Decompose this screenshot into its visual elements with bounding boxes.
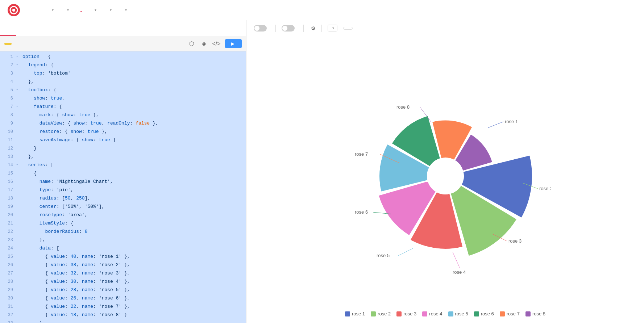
legend-item-rose-2[interactable]: rose 2 <box>371 311 391 316</box>
legend-color-swatch <box>422 311 427 316</box>
ts-button[interactable] <box>14 43 22 45</box>
code-line: 32 { value: 18, name: 'rose 8' } <box>0 311 246 319</box>
code-line: 15- { <box>0 169 246 178</box>
code-icon[interactable]: </> <box>213 40 220 47</box>
rose3-label: rose 3 <box>508 238 522 244</box>
code-line: 19 center: ['50%', '50%'], <box>0 203 246 211</box>
divider <box>321 25 322 32</box>
legend-item-rose-4[interactable]: rose 4 <box>422 311 442 316</box>
editor-tabs <box>0 20 246 36</box>
editor-icon-group: ⬡ ◈ </> ▶ <box>188 39 242 48</box>
code-line: 21- itemStyle: { <box>0 219 246 228</box>
chevron-down-icon: ▾ <box>67 8 69 12</box>
code-line: 13 }, <box>0 153 246 161</box>
nightingale-rose-chart: rose 1 rose 2 rose 3 rose 4 rose 5 rose … <box>340 71 550 281</box>
gear-icon: ⚙ <box>311 25 316 31</box>
rose4-label: rose 4 <box>453 269 466 275</box>
code-line: 12 } <box>0 144 246 153</box>
rose1-label: rose 1 <box>505 119 518 124</box>
code-editor-panel: ⬡ ◈ </> ▶ 1-option = { 2- legend: { 3 to… <box>0 36 246 323</box>
code-line: 33 ] <box>0 319 246 323</box>
rose6-label: rose 6 <box>355 209 368 215</box>
code-line: 29 { value: 28, name: 'rose 5' }, <box>0 286 246 294</box>
nav-asf[interactable]: ▾ <box>123 7 128 13</box>
svg-line-7 <box>398 248 413 256</box>
sub-navigation: ⚙ ▾ <box>0 20 644 36</box>
version-selector[interactable]: ▾ <box>328 25 337 32</box>
run-icon: ▶ <box>231 41 234 46</box>
legend-label: rose 4 <box>429 311 442 316</box>
chart-legend: rose 1 rose 2 rose 3 rose 4 rose 5 rose … <box>338 308 553 319</box>
code-line: 16 name: 'Nightingale Chart', <box>0 178 246 186</box>
legend-color-swatch <box>448 311 453 316</box>
code-line: 28 { value: 30, name: 'rose 4' }, <box>0 278 246 286</box>
chevron-down-icon: ▾ <box>125 8 127 12</box>
chart-container: rose 1 rose 2 rose 3 rose 4 rose 5 rose … <box>246 43 644 308</box>
code-line: 18 radius: [50, 250], <box>0 194 246 203</box>
code-line: 31 { value: 22, name: 'rose 7' }, <box>0 303 246 311</box>
legend-item-rose-6[interactable]: rose 6 <box>474 311 494 316</box>
legend-label: rose 3 <box>403 311 416 316</box>
chevron-down-icon: ▾ <box>95 8 96 12</box>
tab-config[interactable] <box>32 20 48 36</box>
package-icon[interactable]: ◈ <box>200 40 208 47</box>
legend-color-swatch <box>396 311 402 316</box>
code-line: 26 { value: 38, name: 'rose 2' }, <box>0 261 246 269</box>
code-line: 24- data: [ <box>0 244 246 253</box>
rose5-label: rose 5 <box>377 253 390 258</box>
code-line: 9 dataView: { show: true, readOnly: fals… <box>0 119 246 128</box>
legend-color-swatch <box>525 311 531 316</box>
rose2-label: rose 2 <box>539 186 550 191</box>
code-line: 7- feature: { <box>0 103 246 111</box>
chart-controls: ⚙ ▾ <box>246 20 644 36</box>
nav-docs[interactable]: ▾ <box>50 7 54 13</box>
code-line: 2- legend: { <box>0 61 246 70</box>
nav-examples[interactable] <box>80 9 82 12</box>
legend-item-rose-8[interactable]: rose 8 <box>525 311 545 316</box>
tab-code-editor[interactable] <box>0 20 16 36</box>
code-line: 3 top: 'bottom' <box>0 70 246 78</box>
legend-color-swatch <box>500 311 505 316</box>
legend-label: rose 5 <box>455 311 468 316</box>
logo[interactable] <box>7 4 23 17</box>
editor-toolbar: ⬡ ◈ </> ▶ <box>0 36 246 51</box>
code-line: 11 saveAsImage: { show: true } <box>0 136 246 144</box>
rose7-label: rose 7 <box>355 151 368 157</box>
legend-label: rose 6 <box>481 311 494 316</box>
dark-mode-switch[interactable] <box>254 25 267 32</box>
svg-line-3 <box>488 122 503 128</box>
render-settings-button[interactable]: ⚙ <box>309 25 316 31</box>
top-navigation: ▾ ▾ ▾ ▾ ▾ <box>0 0 644 20</box>
legend-item-rose-7[interactable]: rose 7 <box>500 311 520 316</box>
main-content: ⬡ ◈ </> ▶ 1-option = { 2- legend: { 3 to… <box>0 36 644 323</box>
legend-label: rose 7 <box>507 311 520 316</box>
dark-mode-toggle[interactable] <box>254 25 270 32</box>
run-button[interactable]: ▶ <box>225 39 242 48</box>
js-button[interactable] <box>4 43 12 45</box>
legend-item-rose-5[interactable]: rose 5 <box>448 311 468 316</box>
code-line: 5- toolbox: { <box>0 86 246 95</box>
legend-color-swatch <box>474 311 479 316</box>
legend-color-swatch <box>345 311 350 316</box>
nightly-badge <box>343 27 353 30</box>
3d-cube-icon[interactable]: ⬡ <box>188 40 195 47</box>
code-line: 6 show: true, <box>0 95 246 103</box>
nav-home[interactable] <box>38 9 39 12</box>
svg-line-6 <box>453 252 460 268</box>
nav-download[interactable]: ▾ <box>65 7 70 13</box>
code-line: 4 }, <box>0 78 246 86</box>
legend-item-rose-3[interactable]: rose 3 <box>396 311 416 316</box>
code-content: 1-option = { 2- legend: { 3 top: 'bottom… <box>0 51 246 323</box>
svg-point-2 <box>12 9 15 12</box>
tab-full-code[interactable] <box>16 20 32 36</box>
code-line: 1-option = { <box>0 53 246 61</box>
nav-community[interactable]: ▾ <box>108 7 112 13</box>
chart-panel: rose 1 rose 2 rose 3 rose 4 rose 5 rose … <box>246 36 644 323</box>
echarts-logo-icon <box>7 4 20 17</box>
code-line: 14- series: [ <box>0 161 246 169</box>
nav-resources[interactable]: ▾ <box>93 7 97 13</box>
no-flicker-switch[interactable] <box>282 25 295 32</box>
legend-label: rose 2 <box>378 311 391 316</box>
legend-item-rose-1[interactable]: rose 1 <box>345 311 365 316</box>
no-flicker-toggle[interactable] <box>282 25 298 32</box>
